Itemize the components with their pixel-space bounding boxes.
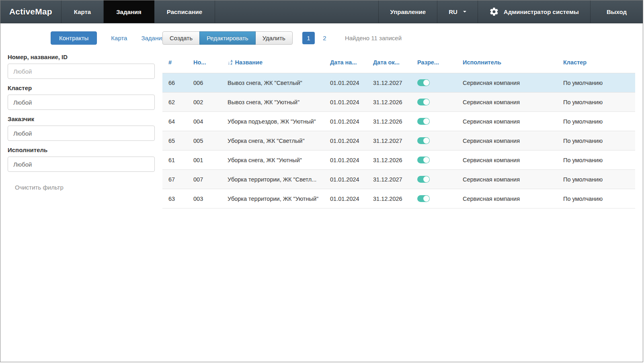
contracts-table: # Но... ↓ A Z (162, 54, 635, 208)
column-header-enabled[interactable]: Разре... (411, 54, 457, 73)
nav-user-section[interactable]: Администратор системы (478, 0, 590, 23)
cell-id: 64 (162, 112, 187, 131)
cell-name: Уборка снега, ЖК "Уютный" (222, 151, 324, 170)
cell-cluster: По умолчанию (557, 189, 635, 208)
cell-id: 67 (162, 170, 187, 189)
column-header-name[interactable]: ↓ A Z Название (222, 54, 324, 73)
cell-id: 65 (162, 131, 187, 151)
table-row[interactable]: 63 003 Уборка территории, ЖК "Уютный" 01… (162, 189, 635, 208)
page-button-2[interactable]: 2 (318, 32, 331, 44)
edit-button[interactable]: Редактировать (199, 31, 256, 45)
cluster-input[interactable] (8, 95, 155, 110)
gear-icon[interactable] (489, 7, 499, 16)
cell-number: 002 (187, 93, 222, 112)
cell-date-start: 01.01.2024 (324, 131, 367, 151)
delete-button[interactable]: Удалить (255, 31, 293, 45)
pagination: 1 2 (302, 32, 334, 44)
enabled-toggle[interactable] (417, 176, 430, 183)
language-dropdown[interactable]: RU (437, 0, 478, 23)
logout-button[interactable]: Выход (590, 0, 643, 23)
app-window: ActiveMap Карта Задания Расписание Управ… (0, 0, 643, 362)
table-row[interactable]: 64 004 Уборка подъездов, ЖК "Уютный" 01.… (162, 112, 635, 131)
crud-button-group: Создать Редактировать Удалить (162, 31, 293, 45)
cell-date-start: 01.01.2024 (324, 189, 367, 208)
enabled-toggle[interactable] (417, 195, 430, 202)
column-header-cluster[interactable]: Кластер (557, 54, 635, 73)
column-header-executor[interactable]: Исполнитель (457, 54, 557, 73)
actions-row: Создать Редактировать Удалить 1 2 Найден… (162, 31, 635, 45)
cell-date-end: 31.12.2026 (367, 189, 411, 208)
column-header-id[interactable]: # (162, 54, 187, 73)
cell-name: Уборка территории, ЖК "Светл... (222, 170, 324, 189)
nav-tab-map[interactable]: Карта (62, 0, 104, 23)
column-header-name-label: Название (235, 59, 263, 66)
column-header-date-start[interactable]: Дата на... (324, 54, 367, 73)
filter-group-executor: Исполнитель (8, 146, 155, 172)
table-body: 66 006 Вывоз снега, ЖК "Светлый" 01.01.2… (162, 73, 635, 208)
navbar-spacer (215, 0, 378, 23)
language-label: RU (449, 8, 457, 15)
cell-executor: Сервисная компания (457, 93, 557, 112)
cell-enabled (411, 131, 457, 151)
cell-date-start: 01.01.2024 (324, 112, 367, 131)
nav-tab-tasks[interactable]: Задания (104, 0, 154, 23)
sort-alpha-asc-icon: ↓ A Z (228, 60, 233, 66)
cell-date-end: 31.12.2026 (367, 151, 411, 170)
filter-label-customer: Заказчик (8, 116, 155, 122)
column-header-number[interactable]: Но... (187, 54, 222, 73)
search-input[interactable] (8, 64, 155, 79)
create-button[interactable]: Создать (162, 31, 200, 45)
cell-enabled (411, 170, 457, 189)
enabled-toggle[interactable] (417, 157, 430, 163)
table-row[interactable]: 65 005 Уборка снега, ЖК "Светлый" 01.01.… (162, 131, 635, 151)
cell-executor: Сервисная компания (457, 131, 557, 151)
nav-management[interactable]: Управление (378, 0, 437, 23)
cell-number: 003 (187, 189, 222, 208)
toggle-knob (423, 196, 429, 202)
page-button-1[interactable]: 1 (302, 32, 315, 44)
filter-group-customer: Заказчик (8, 116, 155, 141)
user-name: Администратор системы (504, 8, 579, 15)
toggle-knob (423, 99, 429, 105)
table-row[interactable]: 67 007 Уборка территории, ЖК "Светл... 0… (162, 170, 635, 189)
toggle-knob (423, 176, 429, 182)
table-header-row: # Но... ↓ A Z (162, 54, 635, 73)
cell-id: 62 (162, 93, 187, 112)
cell-date-start: 01.01.2024 (324, 73, 367, 93)
table-row[interactable]: 61 001 Уборка снега, ЖК "Уютный" 01.01.2… (162, 151, 635, 170)
content-area: Создать Редактировать Удалить 1 2 Найден… (161, 23, 643, 208)
cell-executor: Сервисная компания (457, 170, 557, 189)
toggle-knob (423, 157, 429, 163)
cell-date-end: 31.12.2026 (367, 93, 411, 112)
subtab-contracts[interactable]: Контракты (51, 31, 97, 45)
enabled-toggle[interactable] (417, 99, 430, 105)
cell-id: 63 (162, 189, 187, 208)
nav-tab-schedule[interactable]: Расписание (154, 0, 215, 23)
enabled-toggle[interactable] (417, 118, 430, 125)
cell-date-end: 31.12.2027 (367, 73, 411, 93)
cell-number: 004 (187, 112, 222, 131)
cell-enabled (411, 112, 457, 131)
table-row[interactable]: 62 002 Вывоз снега, ЖК "Уютный" 01.01.20… (162, 93, 635, 112)
executor-input[interactable] (8, 157, 155, 172)
filter-label-cluster: Кластер (8, 85, 155, 91)
filter-label-search: Номер, название, ID (8, 54, 155, 60)
filter-label-executor: Исполнитель (8, 146, 155, 153)
subtab-map[interactable]: Карта (111, 35, 127, 41)
cell-name: Уборка снега, ЖК "Светлый" (222, 131, 324, 151)
sidebar: Контракты Карта Задания Номер, название,… (0, 23, 161, 191)
table-row[interactable]: 66 006 Вывоз снега, ЖК "Светлый" 01.01.2… (162, 73, 635, 93)
cell-executor: Сервисная компания (457, 189, 557, 208)
toggle-knob (423, 118, 429, 124)
cell-number: 001 (187, 151, 222, 170)
cell-cluster: По умолчанию (557, 151, 635, 170)
cell-enabled (411, 189, 457, 208)
cell-cluster: По умолчанию (557, 170, 635, 189)
clear-filter-link[interactable]: Очистить фильтр (15, 184, 64, 191)
column-header-date-end[interactable]: Дата ок... (367, 54, 411, 73)
toggle-knob (423, 80, 429, 86)
enabled-toggle[interactable] (417, 79, 430, 86)
enabled-toggle[interactable] (417, 137, 430, 144)
customer-input[interactable] (8, 126, 155, 141)
cell-number: 005 (187, 131, 222, 151)
